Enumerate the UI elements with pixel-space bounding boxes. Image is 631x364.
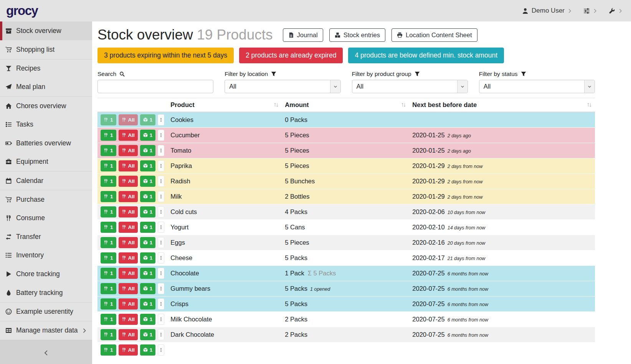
consume-one-button[interactable]: 1 [101, 160, 116, 171]
row-menu-button[interactable] [158, 298, 164, 310]
consume-one-button[interactable]: 1 [101, 344, 116, 356]
product-group-select[interactable]: All [352, 80, 468, 93]
sidebar-item-stock-overview[interactable]: Stock overview [0, 21, 92, 40]
consume-all-button[interactable]: All [119, 130, 138, 141]
open-one-button[interactable]: 1 [140, 329, 156, 340]
brand-logo[interactable]: grocy [6, 3, 38, 18]
sidebar-item-purchase[interactable]: Purchase [0, 190, 92, 209]
open-one-button[interactable]: 1 [140, 283, 156, 294]
settings-menu[interactable] [583, 8, 597, 14]
admin-menu[interactable] [609, 8, 623, 14]
sort-icon[interactable] [401, 102, 406, 107]
open-one-button[interactable]: 1 [140, 314, 156, 325]
row-menu-button[interactable] [158, 130, 164, 141]
sidebar-collapse-button[interactable] [0, 340, 92, 364]
row-menu-button[interactable] [158, 160, 164, 171]
user-menu[interactable]: Demo User [522, 7, 572, 15]
sidebar-item-inventory[interactable]: Inventory [0, 246, 92, 265]
open-one-button[interactable]: 1 [140, 252, 156, 264]
consume-all-button[interactable]: All [119, 145, 138, 156]
consume-all-button[interactable]: All [119, 268, 138, 279]
row-menu-button[interactable] [158, 329, 164, 340]
sidebar-item-chores-overview[interactable]: Chores overview [0, 96, 92, 115]
stock-entries-button[interactable]: Stock entries [329, 28, 385, 42]
row-menu-button[interactable] [158, 344, 164, 356]
consume-all-button[interactable]: All [119, 314, 138, 325]
open-one-button[interactable]: 1 [140, 222, 156, 233]
location-select[interactable]: All [225, 80, 340, 93]
row-menu-button[interactable] [158, 222, 164, 233]
open-one-button[interactable]: 1 [140, 206, 156, 217]
sort-icon[interactable] [587, 102, 592, 107]
row-menu-button[interactable] [158, 206, 164, 217]
row-menu-button[interactable] [158, 314, 164, 325]
location-content-sheet-button[interactable]: Location Content Sheet [391, 28, 477, 42]
alert-banner-2[interactable]: 2 products are already expired [239, 48, 343, 63]
row-menu-button[interactable] [158, 191, 164, 202]
date-column-header[interactable]: Next best before date [409, 98, 595, 112]
sidebar-item-recipes[interactable]: Recipes [0, 59, 92, 78]
open-one-button[interactable]: 1 [140, 298, 156, 310]
amount-column-header[interactable]: Amount [282, 98, 409, 112]
consume-all-button[interactable]: All [119, 191, 138, 202]
consume-all-button[interactable]: All [119, 298, 138, 310]
consume-one-button[interactable]: 1 [101, 298, 116, 310]
open-one-button[interactable]: 1 [140, 145, 156, 156]
consume-one-button[interactable]: 1 [101, 222, 116, 233]
sidebar-item-shopping-list[interactable]: Shopping list [0, 40, 92, 59]
sidebar-item-equipment[interactable]: Equipment [0, 153, 92, 171]
sidebar-item-meal-plan[interactable]: Meal plan [0, 77, 92, 96]
row-menu-button[interactable] [158, 114, 164, 125]
sort-icon[interactable] [274, 102, 279, 107]
row-menu-button[interactable] [158, 283, 164, 294]
alert-banner-1[interactable]: 3 products expiring within the next 5 da… [97, 48, 234, 63]
consume-one-button[interactable]: 1 [101, 268, 116, 279]
consume-one-button[interactable]: 1 [101, 176, 116, 187]
journal-button[interactable]: Journal [283, 28, 323, 42]
open-one-button[interactable]: 1 [140, 176, 156, 187]
consume-one-button[interactable]: 1 [101, 252, 116, 264]
consume-all-button[interactable]: All [119, 237, 138, 248]
consume-all-button[interactable]: All [119, 222, 138, 233]
consume-all-button[interactable]: All [119, 176, 138, 187]
open-one-button[interactable]: 1 [140, 268, 156, 279]
consume-one-button[interactable]: 1 [101, 314, 116, 325]
sidebar-item-tasks[interactable]: Tasks [0, 115, 92, 134]
consume-all-button[interactable]: All [119, 344, 138, 356]
sidebar-item-calendar[interactable]: Calendar [0, 171, 92, 190]
consume-one-button[interactable]: 1 [101, 283, 116, 294]
consume-all-button[interactable]: All [119, 329, 138, 340]
open-one-button[interactable]: 1 [140, 237, 156, 248]
consume-all-button[interactable]: All [119, 283, 138, 294]
consume-one-button[interactable]: 1 [101, 191, 116, 202]
consume-one-button[interactable]: 1 [101, 206, 116, 217]
sidebar-item-consume[interactable]: Consume [0, 209, 92, 227]
row-menu-button[interactable] [158, 145, 164, 156]
sidebar-item-manage-master-data[interactable]: Manage master data [0, 321, 92, 340]
consume-one-button[interactable]: 1 [101, 237, 116, 248]
consume-all-button[interactable]: All [119, 252, 138, 264]
alert-banner-3[interactable]: 4 products are below defined min. stock … [348, 48, 504, 63]
product-column-header[interactable]: Product [167, 98, 282, 112]
open-one-button[interactable]: 1 [140, 114, 156, 125]
sidebar-item-example-userentity[interactable]: Example userentity [0, 302, 92, 321]
open-one-button[interactable]: 1 [140, 191, 156, 202]
consume-one-button[interactable]: 1 [101, 114, 116, 125]
status-select[interactable]: All [479, 80, 595, 93]
open-one-button[interactable]: 1 [140, 160, 156, 171]
sidebar-item-battery-tracking[interactable]: Battery tracking [0, 283, 92, 302]
open-one-button[interactable]: 1 [140, 344, 156, 356]
consume-one-button[interactable]: 1 [101, 329, 116, 340]
sidebar-item-batteries-overview[interactable]: Batteries overview [0, 134, 92, 153]
consume-all-button[interactable]: All [119, 114, 138, 125]
open-one-button[interactable]: 1 [140, 130, 156, 141]
sidebar-item-transfer[interactable]: Transfer [0, 227, 92, 246]
sidebar-item-chore-tracking[interactable]: Chore tracking [0, 265, 92, 283]
row-menu-button[interactable] [158, 176, 164, 187]
row-menu-button[interactable] [158, 252, 164, 264]
consume-one-button[interactable]: 1 [101, 145, 116, 156]
consume-one-button[interactable]: 1 [101, 130, 116, 141]
row-menu-button[interactable] [158, 268, 164, 279]
row-menu-button[interactable] [158, 237, 164, 248]
consume-all-button[interactable]: All [119, 206, 138, 217]
